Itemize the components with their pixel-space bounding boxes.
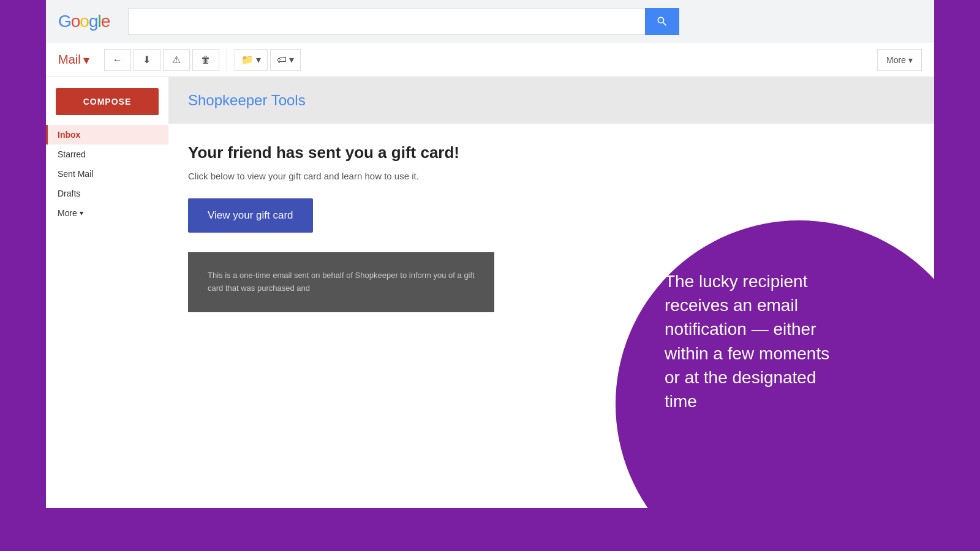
google-logo: Google bbox=[58, 12, 110, 31]
sidebar-item-more[interactable]: More ▾ bbox=[46, 203, 168, 223]
logo-e: e bbox=[101, 12, 110, 31]
email-sender: Shopkeeper Tools bbox=[188, 92, 914, 109]
mail-label[interactable]: Mail ▾ bbox=[58, 53, 89, 67]
purple-left-strip bbox=[0, 0, 46, 551]
logo-o1: o bbox=[71, 12, 80, 31]
email-content: Shopkeeper Tools Your friend has sent yo… bbox=[168, 77, 934, 508]
search-bar-wrapper bbox=[128, 8, 679, 35]
overlay-text: The lucky recipient receives an email no… bbox=[665, 269, 836, 413]
more-button[interactable]: More ▾ bbox=[877, 49, 922, 71]
logo-g2: g bbox=[89, 12, 98, 31]
drafts-label: Drafts bbox=[58, 189, 80, 198]
sent-label: Sent Mail bbox=[58, 169, 93, 179]
folder-icon: 📁 bbox=[241, 54, 254, 66]
search-icon bbox=[656, 15, 668, 28]
email-header-bar: Shopkeeper Tools bbox=[168, 77, 934, 124]
email-subtitle: Click below to view your gift card and l… bbox=[188, 171, 914, 181]
folder-button[interactable]: 📁 ▾ bbox=[235, 49, 268, 71]
spam-icon: ⚠ bbox=[172, 54, 181, 66]
reply-button[interactable]: ← bbox=[104, 49, 131, 71]
more-label: More bbox=[886, 55, 906, 65]
sidebar: COMPOSE Inbox Starred Sent Mail Drafts M… bbox=[46, 77, 168, 508]
starred-label: Starred bbox=[58, 149, 86, 159]
label-button[interactable]: 🏷 ▾ bbox=[270, 49, 301, 71]
more-nav-arrow: ▾ bbox=[80, 209, 83, 217]
sidebar-item-sent[interactable]: Sent Mail bbox=[46, 164, 168, 184]
inbox-label: Inbox bbox=[58, 130, 80, 140]
delete-icon: 🗑 bbox=[201, 54, 211, 66]
view-gift-card-button[interactable]: View your gift card bbox=[188, 198, 313, 233]
reply-icon: ← bbox=[113, 54, 123, 66]
archive-button[interactable]: ⬇ bbox=[134, 49, 160, 71]
email-footer: This is a one-time email sent on behalf … bbox=[188, 252, 494, 312]
search-button[interactable] bbox=[645, 8, 679, 35]
purple-right-strip bbox=[934, 0, 980, 551]
sidebar-item-drafts[interactable]: Drafts bbox=[46, 184, 168, 203]
gmail-frame: Google Mail ▾ ← ⬇ ⚠ 🗑 bbox=[46, 0, 934, 508]
logo-o2: o bbox=[80, 12, 89, 31]
label-dropdown-icon: ▾ bbox=[289, 54, 294, 66]
mail-dropdown-icon: ▾ bbox=[83, 53, 89, 67]
toolbar-divider bbox=[227, 49, 227, 71]
more-nav-label: More bbox=[58, 208, 77, 218]
folder-dropdown-icon: ▾ bbox=[256, 54, 261, 66]
sidebar-item-inbox[interactable]: Inbox bbox=[46, 125, 168, 144]
purple-bottom-strip bbox=[0, 508, 980, 551]
mail-text: Mail bbox=[58, 53, 81, 67]
toolbar-row: Mail ▾ ← ⬇ ⚠ 🗑 📁 ▾ 🏷 ▾ More ▾ bbox=[46, 43, 934, 77]
more-dropdown-icon: ▾ bbox=[908, 55, 913, 65]
label-icon: 🏷 bbox=[277, 54, 287, 66]
compose-button[interactable]: COMPOSE bbox=[56, 88, 159, 115]
email-footer-text: This is a one-time email sent on behalf … bbox=[208, 271, 475, 293]
delete-button[interactable]: 🗑 bbox=[192, 49, 219, 71]
top-bar: Google bbox=[46, 0, 934, 43]
sidebar-item-starred[interactable]: Starred bbox=[46, 144, 168, 164]
email-title: Your friend has sent you a gift card! bbox=[188, 143, 914, 162]
spam-button[interactable]: ⚠ bbox=[163, 49, 190, 71]
logo-g: G bbox=[58, 12, 71, 31]
search-input[interactable] bbox=[128, 8, 645, 35]
archive-icon: ⬇ bbox=[143, 54, 151, 66]
main-layout: COMPOSE Inbox Starred Sent Mail Drafts M… bbox=[46, 77, 934, 508]
